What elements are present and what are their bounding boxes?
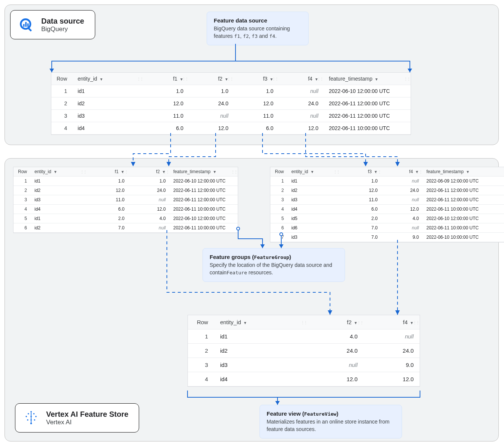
svg-marker-5 [50,69,54,72]
table-row: 1id14.0null [188,329,420,344]
card-bigquery-source: Data source BigQuery [10,10,95,39]
table-row: 7id37.09.02022-06-10 10:00:00 UTC [270,233,504,242]
svg-point-12 [35,416,37,418]
table-row: 4id412.012.0 [188,372,420,386]
table-row: 2id212.024.02022-06-11 12:00:00 UTC [270,186,504,195]
table-feature-group-1: Row entity_id▼⋮⋮ f1▼⋮⋮ f2▼⋮⋮ feature_tim… [13,167,238,233]
callout-feature-view: Feature view (FeatureView) Materializes … [260,405,402,439]
table-row: 5id52.04.02022-06-10 12:00:00 UTC [270,214,504,223]
table-row: 2id224.024.0 [188,344,420,358]
col-f2[interactable]: f2▼⋮⋮ [189,73,234,85]
svg-rect-4 [28,27,32,31]
table-row: 4id46.012.02022-06-11 10:00:00 UTC [14,205,238,214]
card-title: Data source [41,16,84,25]
table-row: 4id46.012.02022-06-11 10:00:00 UTC [270,205,504,214]
svg-point-7 [30,411,32,413]
svg-point-10 [26,416,27,418]
svg-point-15 [34,419,35,421]
callout-title: Feature data source [214,17,300,24]
svg-rect-1 [23,24,25,27]
table-feature-view: Row entity_id▼⋮⋮ f2▼⋮⋮ f4▼⋮⋮ 1id14.0null… [188,315,420,387]
col-entity-id[interactable]: entity_id▼⋮⋮ [72,73,144,85]
table-feature-group-2: Row entity_id▼⋮⋮ f3▼⋮⋮ f4▼⋮⋮ feature_tim… [270,167,504,242]
table-row: 1id11.01.01.0null2022-06-10 12:00:00 UTC [51,85,411,97]
callout-desc: Specify the location of the BigQuery dat… [210,262,336,276]
callout-desc: BigQuery data source containing features… [214,25,300,40]
table-row: 1id11.0null2022-06-09 12:00:00 UTC [270,177,504,186]
table-source: Row entity_id▼⋮⋮ f1▼⋮⋮ f2▼⋮⋮ f3▼⋮⋮ f4▼⋮⋮… [51,72,411,135]
dropdown-icon: ▼ [99,77,103,81]
callout-feature-data-source: Feature data source BigQuery data source… [207,12,309,45]
table-row: 3id3null9.0 [188,358,420,372]
table-row: 6id67.0null2022-06-11 10:00:00 UTC [270,223,504,233]
svg-point-8 [28,413,29,415]
svg-point-9 [33,413,35,415]
svg-rect-3 [27,23,29,27]
vertex-ai-icon [23,410,39,426]
resize-grip-icon[interactable]: ⋮⋮ [137,77,143,81]
col-f4[interactable]: f4▼⋮⋮ [279,73,324,85]
table-row: 4id46.012.06.012.02022-06-11 10:00:00 UT… [51,122,411,135]
table-row: 2id212.024.02022-06-11 12:00:00 UTC [14,186,238,195]
svg-rect-2 [25,22,27,27]
svg-point-13 [27,419,28,421]
card-vertex-feature-store: Vertex AI Feature Store Vertex AI [15,403,139,433]
col-feature-timestamp[interactable]: feature_timestamp▼⋮⋮ [324,73,411,85]
panel-data-source: Data source BigQuery Feature data source… [4,4,499,145]
svg-point-16 [30,422,32,424]
col-f3[interactable]: f3▼⋮⋮ [234,73,279,85]
table-row: 3id311.0null11.0null2022-06-11 12:00:00 … [51,110,411,122]
table-row: 1id11.01.02022-06-10 12:00:00 UTC [14,177,238,186]
bigquery-icon [18,16,34,33]
table-row: 5id12.04.02022-06-10 12:00:00 UTC [14,214,238,223]
card-subtitle: BigQuery [41,25,84,33]
callout-feature-groups: Feature groups (FeatureGroup) Specify th… [202,248,345,282]
table-row: 6id27.0null2022-06-11 10:00:00 UTC [14,223,238,233]
diagram-root: Data source BigQuery Feature data source… [0,0,504,446]
callout-title: Feature groups (FeatureGroup) [210,254,336,260]
col-f1[interactable]: f1▼⋮⋮ [144,73,189,85]
svg-marker-6 [408,69,412,72]
table-row: 3id311.0null2022-06-11 12:00:00 UTC [14,195,238,205]
table-row: 3id311.0null2022-06-11 12:00:00 UTC [270,195,504,205]
table-row: 2id212.024.012.024.02022-06-11 12:00:00 … [51,97,411,110]
col-row[interactable]: Row [51,73,72,85]
svg-rect-17 [31,412,32,423]
